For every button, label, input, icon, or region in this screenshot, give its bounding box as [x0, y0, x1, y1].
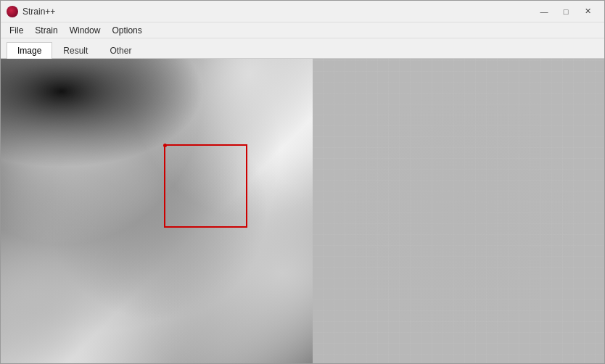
tab-result[interactable]: Result [52, 42, 99, 59]
tab-bar: Image Result Other [1, 38, 604, 59]
title-bar: Strain++ — □ ✕ [1, 1, 604, 22]
dark-region [1, 59, 204, 167]
right-image-panel: Refine ✕ i Accept area? Yes No [313, 59, 605, 364]
left-image-panel [1, 59, 313, 364]
title-bar-controls: — □ ✕ [533, 4, 598, 20]
tab-image[interactable]: Image [7, 42, 52, 59]
app-icon [7, 6, 18, 17]
main-content: Refine ✕ i Accept area? Yes No [1, 59, 605, 364]
tab-other[interactable]: Other [99, 42, 142, 59]
minimize-button[interactable]: — [533, 4, 555, 20]
menu-file[interactable]: File [4, 24, 29, 37]
menu-strain[interactable]: Strain [29, 24, 63, 37]
title-bar-left: Strain++ [7, 6, 55, 17]
menu-bar: File Strain Window Options [1, 22, 604, 38]
menu-options[interactable]: Options [106, 24, 147, 37]
close-button[interactable]: ✕ [577, 4, 598, 20]
grayscale-image [1, 59, 313, 364]
menu-window[interactable]: Window [64, 24, 107, 37]
window-title: Strain++ [22, 7, 55, 17]
maximize-button[interactable]: □ [555, 4, 577, 20]
